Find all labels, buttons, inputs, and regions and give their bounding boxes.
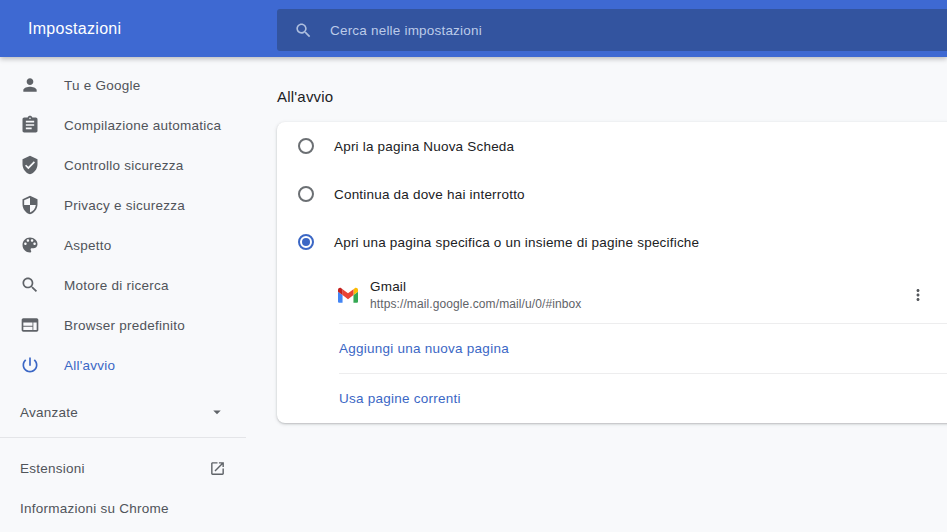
sidebar-item-allavvio[interactable]: All'avvio bbox=[0, 345, 246, 385]
header-toolbar: Impostazioni bbox=[0, 0, 947, 57]
use-current-pages-button[interactable]: Usa pagine correnti bbox=[277, 374, 947, 423]
person-icon bbox=[20, 75, 40, 95]
open-in-new-icon bbox=[209, 460, 226, 477]
radio-option-continue[interactable]: Continua da dove hai interrotto bbox=[277, 170, 947, 218]
chevron-down-icon bbox=[208, 403, 226, 421]
startup-page-url: https://mail.google.com/mail/u/0/#inbox bbox=[370, 297, 581, 311]
radio-icon[interactable] bbox=[298, 186, 314, 202]
power-icon bbox=[20, 355, 40, 375]
autofill-clipboard-icon bbox=[20, 115, 40, 135]
sidebar-item-label: Motore di ricerca bbox=[64, 278, 169, 293]
sidebar-item-label: All'avvio bbox=[64, 358, 115, 373]
startup-page-info: Gmail https://mail.google.com/mail/u/0/#… bbox=[370, 279, 581, 311]
sidebar-item-label: Privacy e sicurezza bbox=[64, 198, 185, 213]
sidebar-footer: Estensioni Informazioni su Chrome bbox=[0, 438, 246, 528]
search-icon bbox=[294, 21, 313, 40]
radio-icon[interactable] bbox=[298, 138, 314, 154]
sidebar-nav: Tu e Google Compilazione automatica Cont… bbox=[0, 57, 246, 432]
sidebar-item-label: Controllo sicurezza bbox=[64, 158, 184, 173]
sidebar-item-motore-di-ricerca[interactable]: Motore di ricerca bbox=[0, 265, 246, 305]
sidebar-item-privacy-e-sicurezza[interactable]: Privacy e sicurezza bbox=[0, 185, 246, 225]
settings-search-box[interactable] bbox=[277, 9, 947, 51]
footer-item-label: Informazioni su Chrome bbox=[20, 501, 169, 516]
sidebar-item-tu-e-google[interactable]: Tu e Google bbox=[0, 65, 246, 105]
sidebar-item-controllo-sicurezza[interactable]: Controllo sicurezza bbox=[0, 145, 246, 185]
sidebar-item-informazioni-su-chrome[interactable]: Informazioni su Chrome bbox=[0, 488, 246, 528]
palette-icon bbox=[20, 235, 40, 255]
sidebar-item-label: Tu e Google bbox=[64, 78, 141, 93]
sidebar-item-label: Aspetto bbox=[64, 238, 112, 253]
sidebar-item-estensioni[interactable]: Estensioni bbox=[0, 448, 246, 488]
search-engine-icon bbox=[20, 275, 40, 295]
radio-option-label: Apri la pagina Nuova Scheda bbox=[334, 139, 514, 154]
sidebar-item-compilazione-automatica[interactable]: Compilazione automatica bbox=[0, 105, 246, 145]
page-title: Impostazioni bbox=[28, 0, 121, 57]
chrome-settings-page: Impostazioni Tu e Google Compilazione au… bbox=[0, 0, 947, 532]
startup-page-title: Gmail bbox=[370, 279, 581, 294]
sidebar-item-label: Compilazione automatica bbox=[64, 118, 221, 133]
more-vert-icon bbox=[909, 286, 927, 304]
sidebar-item-label: Browser predefinito bbox=[64, 318, 185, 333]
sidebar: Tu e Google Compilazione automatica Cont… bbox=[0, 57, 246, 532]
advanced-label: Avanzate bbox=[20, 405, 78, 420]
use-current-pages-label: Usa pagine correnti bbox=[339, 391, 461, 406]
sidebar-item-avanzate[interactable]: Avanzate bbox=[0, 392, 246, 432]
gmail-icon bbox=[338, 287, 358, 303]
footer-item-label: Estensioni bbox=[20, 461, 85, 476]
add-new-page-button[interactable]: Aggiungi una nuova pagina bbox=[277, 324, 947, 373]
browser-window-icon bbox=[20, 315, 40, 335]
radio-option-label: Apri una pagina specifica o un insieme d… bbox=[334, 235, 699, 250]
more-actions-button[interactable] bbox=[906, 283, 930, 307]
startup-options-card: Apri la pagina Nuova Scheda Continua da … bbox=[277, 122, 947, 423]
safety-check-shield-icon bbox=[20, 155, 40, 175]
security-shield-icon bbox=[20, 195, 40, 215]
radio-option-new-tab[interactable]: Apri la pagina Nuova Scheda bbox=[277, 122, 947, 170]
sidebar-item-browser-predefinito[interactable]: Browser predefinito bbox=[0, 305, 246, 345]
sidebar-item-aspetto[interactable]: Aspetto bbox=[0, 225, 246, 265]
startup-page-row: Gmail https://mail.google.com/mail/u/0/#… bbox=[277, 266, 947, 323]
search-input[interactable] bbox=[330, 9, 947, 51]
section-title: All'avvio bbox=[277, 88, 333, 105]
add-new-page-label: Aggiungi una nuova pagina bbox=[339, 341, 509, 356]
radio-icon-selected[interactable] bbox=[298, 234, 314, 250]
radio-option-label: Continua da dove hai interrotto bbox=[334, 187, 525, 202]
radio-option-specific-pages[interactable]: Apri una pagina specifica o un insieme d… bbox=[277, 218, 947, 266]
